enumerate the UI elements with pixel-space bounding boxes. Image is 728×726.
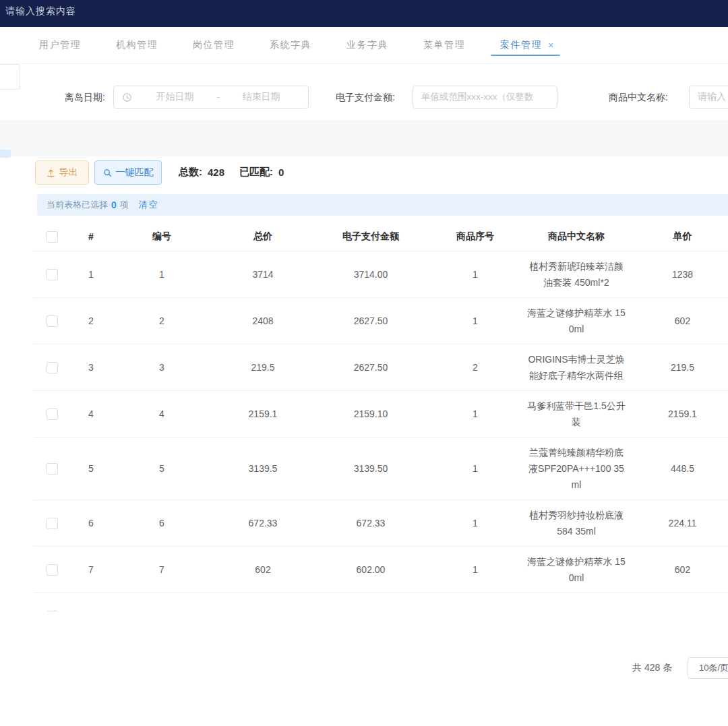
tab-label: 系统字典 — [270, 39, 311, 51]
search-icon — [103, 169, 112, 177]
table-body: 1137143714.001植村秀新琥珀臻萃洁颜油套装 450ml*212382… — [34, 251, 728, 611]
tab-label: 用户管理 — [39, 39, 81, 51]
tab-系统字典[interactable]: 系统字典 — [270, 27, 311, 63]
cell-product_seq: 1 — [428, 298, 522, 344]
row-checkbox[interactable] — [47, 611, 58, 612]
cell-code: 5 — [111, 437, 212, 500]
export-button[interactable]: 导出 — [35, 160, 89, 185]
cell-product_name: 植村秀新琥珀臻萃洁颜油套装 450ml*2 — [522, 251, 630, 297]
match-button-label: 一键匹配 — [116, 167, 154, 179]
column-header-product_seq: 商品序号 — [428, 222, 522, 251]
cell-product_seq: 1 — [428, 547, 522, 593]
cell-unit_price: 602 — [630, 298, 728, 344]
cell-index: 6 — [71, 500, 111, 546]
cell-unit_price: 1238 — [630, 251, 728, 297]
cell-product_name: ORIGINS韦博士灵芝焕能好底子精华水两件组 — [522, 344, 630, 390]
cell-epay_amount: 3139.50 — [313, 437, 428, 500]
clipped-chip — [0, 150, 11, 158]
cell-product_seq: 1 — [428, 251, 522, 297]
row-checkbox[interactable] — [47, 362, 58, 373]
cell-product_seq: 1 — [428, 391, 522, 437]
one-click-match-button[interactable]: 一键匹配 — [94, 160, 162, 185]
tab-label: 菜单管理 — [423, 39, 465, 51]
date-filter-label: 离岛日期: — [40, 92, 105, 104]
row-checkbox[interactable] — [47, 564, 58, 576]
tab-案件管理[interactable]: 案件管理× — [500, 27, 555, 63]
cell-product_name: 马爹利蓝带干邑1.5公升装 — [522, 391, 630, 437]
select-all-checkbox[interactable] — [47, 231, 58, 243]
date-end-placeholder: 结束日期 — [222, 91, 300, 103]
row-checkbox[interactable] — [47, 409, 58, 420]
cell-code: 8 — [111, 593, 212, 611]
column-header-total_price: 总价 — [212, 222, 313, 251]
row-checkbox[interactable] — [47, 315, 58, 327]
cell-code: 2 — [111, 298, 212, 344]
cell-total_price: 602 — [212, 547, 313, 593]
cell-product_name: 卡诗菁纯亮泽经典香氛 — [522, 593, 630, 611]
cell-epay_amount: 2627.50 — [313, 298, 428, 344]
cell-total_price: 2159.1 — [212, 391, 313, 437]
global-search-input[interactable]: 请输入搜索内容 — [0, 5, 76, 22]
total-count-value: 428 — [208, 167, 224, 178]
column-header-unit_price: 单价 — [630, 222, 728, 251]
background-band — [0, 120, 728, 156]
cell-total_price: 3139.5 — [212, 437, 313, 500]
cell-checkbox — [34, 593, 71, 611]
selection-count: 0 — [111, 200, 117, 210]
cell-checkbox — [34, 251, 71, 297]
cell-unit_price: 224.11 — [630, 500, 728, 546]
cell-total_price: 3714 — [212, 251, 313, 297]
cell-unit_price: 466.16 — [630, 593, 728, 611]
clear-selection-link[interactable]: 清空 — [139, 199, 159, 211]
cell-epay_amount: 602.00 — [313, 547, 428, 593]
cell-epay_amount: 3714.00 — [313, 251, 428, 297]
cell-index: 7 — [71, 547, 111, 593]
product-name-input[interactable]: 请输入 — [689, 86, 728, 109]
row-checkbox[interactable] — [47, 269, 58, 280]
tab-label: 案件管理 — [500, 39, 542, 51]
header-cell-checkbox — [34, 222, 71, 251]
cell-product_seq: 1 — [428, 437, 522, 500]
amount-input[interactable]: 单值或范围xxx-xxx（仅整数 — [413, 86, 557, 109]
total-count-label: 总数: — [179, 166, 202, 179]
cell-checkbox — [34, 344, 71, 390]
matched-count-label: 已匹配: — [239, 166, 273, 179]
cell-code: 4 — [111, 391, 212, 437]
export-icon — [47, 169, 55, 177]
cell-checkbox — [34, 437, 71, 500]
tab-用户管理[interactable]: 用户管理 — [39, 27, 81, 63]
cell-checkbox — [34, 298, 71, 344]
tab-菜单管理[interactable]: 菜单管理 — [423, 27, 465, 63]
page-size-select[interactable]: 10条/页 — [688, 657, 728, 679]
cell-code: 6 — [111, 500, 212, 546]
clock-icon — [122, 92, 132, 102]
cell-code: 1 — [111, 251, 212, 297]
column-header-product_name: 商品中文名称 — [522, 222, 630, 251]
amount-placeholder: 单值或范围xxx-xxx（仅整数 — [421, 91, 534, 103]
counters: 总数:428 已匹配:0 — [179, 166, 284, 179]
close-icon[interactable]: × — [548, 40, 555, 50]
tab-bar: 用户管理机构管理岗位管理系统字典业务字典菜单管理案件管理× — [0, 27, 728, 64]
table-row: 553139.53139.501兰蔻菁纯臻颜精华粉底液SPF20PA+++100… — [34, 437, 728, 500]
product-name-placeholder: 请输入 — [698, 91, 726, 103]
date-range-input[interactable]: 开始日期 - 结束日期 — [113, 86, 309, 109]
cell-product_name: 海蓝之谜修护精萃水 150ml — [522, 547, 630, 593]
tab-业务字典[interactable]: 业务字典 — [346, 27, 388, 63]
date-range-separator: - — [214, 92, 222, 102]
cell-total_price: 219.5 — [212, 344, 313, 390]
row-checkbox[interactable] — [47, 463, 58, 475]
cell-epay_amount: 2159.10 — [313, 391, 428, 437]
table-row: 881398.471398.471卡诗菁纯亮泽经典香氛466.16 — [34, 593, 728, 611]
pagination-total: 共 428 条 — [632, 662, 672, 674]
tab-机构管理[interactable]: 机构管理 — [116, 27, 158, 63]
tab-岗位管理[interactable]: 岗位管理 — [193, 27, 235, 63]
product-name-filter-label: 商品中文名称: — [609, 92, 668, 104]
cell-checkbox — [34, 391, 71, 437]
row-checkbox[interactable] — [47, 518, 58, 529]
tab-label: 岗位管理 — [193, 39, 235, 51]
cell-index: 3 — [71, 344, 111, 390]
top-navbar: 请输入搜索内容 — [0, 0, 728, 27]
table-row: 77602602.001海蓝之谜修护精萃水 150ml602 — [34, 547, 728, 593]
amount-filter-label: 电子支付金额: — [336, 92, 395, 104]
cell-product_seq: 1 — [428, 500, 522, 546]
